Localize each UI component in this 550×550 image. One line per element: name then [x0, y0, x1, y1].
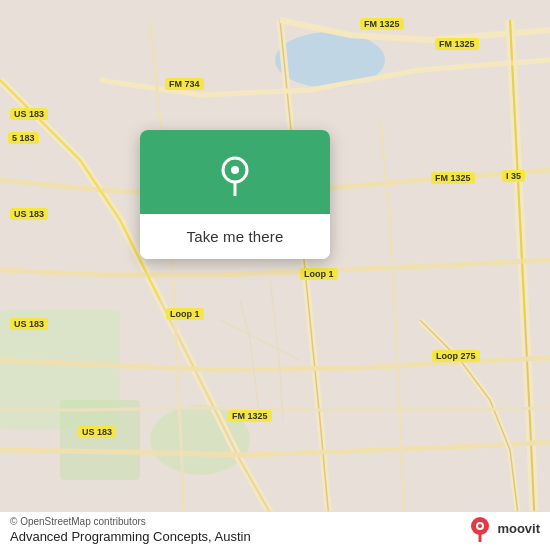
road-label-us183-mid: US 183 [10, 208, 48, 220]
take-me-there-button[interactable]: Take me there [140, 214, 330, 259]
road-label-5183: 5 183 [8, 132, 39, 144]
road-label-i35: I 35 [502, 170, 525, 182]
location-pin-icon [213, 152, 257, 196]
map-svg [0, 0, 550, 550]
road-label-us183-bottom: US 183 [78, 426, 116, 438]
road-label-fm1325-top: FM 1325 [360, 18, 404, 30]
map-container: FM 1325 FM 1325 FM 734 FM 1325 US 183 US… [0, 0, 550, 550]
road-label-loop275: Loop 275 [432, 350, 480, 362]
road-label-fm1325-mid: FM 1325 [431, 172, 475, 184]
svg-rect-3 [60, 400, 140, 480]
popup-green-area [140, 130, 330, 214]
road-label-us183-left: US 183 [10, 108, 48, 120]
road-label-us183-lower: US 183 [10, 318, 48, 330]
location-label: Advanced Programming Concepts, Austin [10, 529, 540, 544]
road-label-loop1-mid: Loop 1 [166, 308, 204, 320]
road-label-fm1325-top2: FM 1325 [435, 38, 479, 50]
popup-card: Take me there [140, 130, 330, 259]
road-label-fm734: FM 734 [165, 78, 204, 90]
svg-point-6 [231, 166, 239, 174]
moovit-logo: moovit [466, 514, 540, 542]
moovit-brand-text: moovit [497, 521, 540, 536]
road-label-fm1325-bottom: FM 1325 [228, 410, 272, 422]
svg-point-9 [478, 524, 482, 528]
moovit-pin-icon [466, 514, 494, 542]
attribution-text: © OpenStreetMap contributors [10, 516, 540, 527]
road-label-loop1-top: Loop 1 [300, 268, 338, 280]
